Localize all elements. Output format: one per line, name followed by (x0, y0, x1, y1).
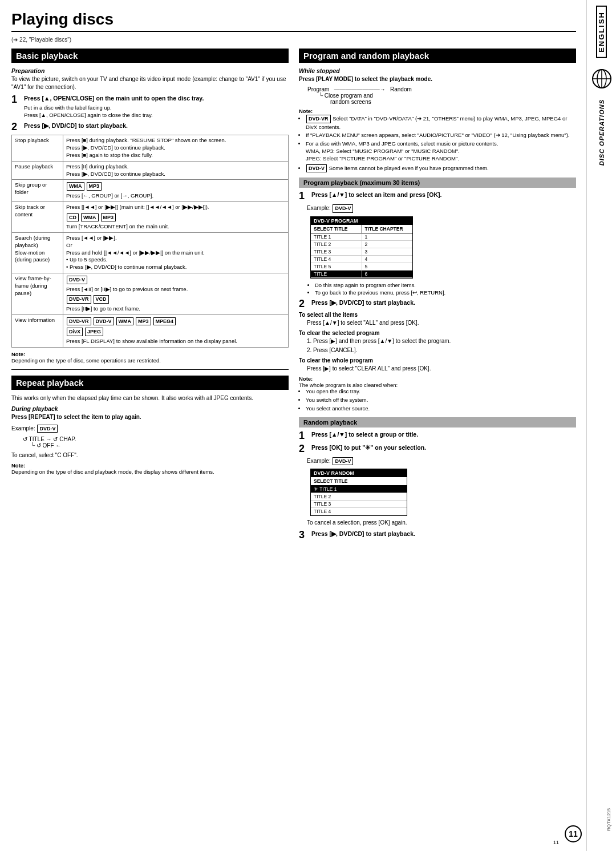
pp-note-item-1: You open the disc tray. (306, 388, 576, 396)
pp-bullet-2: To go back to the previous menu, press [… (315, 289, 576, 296)
pp-note-list: You open the disc tray. You switch off t… (299, 388, 576, 412)
badge-dvdvr-info: DVD-VR (67, 317, 91, 326)
repeat-diagram-line2: └ ↺ OFF ← (23, 442, 289, 449)
repeat-note: Note: Depending on the type of disc and … (11, 462, 289, 475)
desc-frame-view: DVD-V Press [◄II] or [II▶] to go to prev… (63, 273, 289, 315)
badge-wma: WMA (67, 182, 84, 191)
random-table-row-selected: ✳ TITLE 1 (311, 486, 407, 493)
badge-cd: CD (67, 213, 79, 222)
badge-mp3-2: MP3 (101, 213, 116, 222)
badge-mpeg4-info: MPEG4 (153, 317, 176, 326)
desc-stop: Press [■] during playback. "RESUME STOP"… (63, 135, 289, 161)
repeat-cancel-text: To cancel, select "C OFF". (11, 451, 289, 459)
rp-step-1: 1 Press [▲/▼] to select a group or title… (299, 430, 576, 441)
clear-whole-text: Press [▶] to select "CLEAR ALL" and pres… (307, 365, 576, 373)
dvd-table-row: TITLE 44 (311, 256, 412, 263)
rqtx-code: RQTX1215 (606, 808, 611, 831)
action-search: Search (during playback)Slow-motion (dur… (12, 232, 63, 273)
badge-mp3-info: MP3 (136, 317, 151, 326)
note-title-repeat: Note: (11, 462, 25, 469)
pp-bullet-1: Do this step again to program other item… (315, 281, 576, 289)
while-stopped-label: While stopped (299, 67, 576, 74)
table-row: View frame-by-frame (during pause) DVD-V… (12, 273, 289, 315)
badge-vcd: VCD (94, 295, 109, 304)
repeat-example-label: Example: DVD-V (11, 424, 289, 434)
sidebar-english-label: ENGLISH (596, 6, 607, 58)
rp-cancel-text: To cancel a selection, press [OK] again. (307, 519, 576, 527)
operations-table: Stop playback Press [■] during playback.… (11, 135, 289, 348)
note-text-pp: The whole program is also cleared when: (299, 382, 398, 388)
pp-step-2-num: 2 (299, 299, 309, 309)
step-2: 2 Press [▶, DVD/CD] to start playback. (11, 122, 289, 132)
pp-note-item-2: You switch off the system. (306, 397, 576, 404)
table-row: Skip group or folder WMA MP3 Press [←, G… (12, 180, 289, 201)
basic-playback-note: Note: Depending on the type of disc, som… (11, 351, 289, 364)
dvd-table-row-selected: TITLE6 (311, 271, 412, 278)
repeat-diagram: ↺ TITLE → ↺ CHAP. └ ↺ OFF ← (23, 436, 289, 449)
action-skip-group: Skip group or folder (12, 180, 63, 201)
page-reference: (➜ 22, "Playable discs") (11, 37, 576, 43)
desc-search: Press [◄◄] or [▶▶].Or Press and hold [|◄… (63, 232, 289, 273)
repeat-intro: This works only when the elapsed play ti… (11, 394, 289, 402)
flow-line3: random screens (330, 99, 576, 105)
rp-step-1-text: Press [▲/▼] to select a group or title. (311, 430, 576, 439)
badge-dvdvr: DVD-VR (67, 295, 91, 304)
clear-selected-step-2: 2. Press [CANCEL]. (307, 346, 576, 354)
badge-dvdv-pp: DVD-V (333, 204, 353, 213)
badge-divx-info: DivX (67, 328, 83, 336)
dvd-random-table: DVD-V RANDOM SELECT TITLE ✳ TITLE 1 TITL… (310, 469, 407, 516)
random-playback-subheader: Random playback (299, 417, 576, 427)
step-1: 1 Press [▲, OPEN/CLOSE] on the main unit… (11, 94, 289, 119)
rp-step-2: 2 Press [OK] to put "✳" on your selectio… (299, 443, 576, 454)
page-number-area: 11 (565, 825, 582, 842)
repeat-playback-header: Repeat playback (11, 376, 289, 390)
badge-wma2: WMA (81, 213, 99, 222)
action-pause: Pause playback (12, 161, 63, 180)
pp-step-2-text: Press [▶, DVD/CD] to start playback. (311, 299, 576, 307)
clear-selected-step-1: 1. Press [▶] and then press [▲/▼] to sel… (307, 337, 576, 345)
badge-dvdvr-note: DVD-VR (306, 115, 331, 123)
table-row: Pause playback Press [II] during playbac… (12, 161, 289, 180)
rp-step-3-num: 3 (299, 530, 309, 540)
note-title-basic: Note: (11, 351, 25, 357)
program-flow-diagram: Program ————————→ Random └ Close program… (307, 86, 576, 105)
while-stopped-text: Press [PLAY MODE] to select the playback… (299, 75, 576, 83)
page-title: Playing discs (11, 10, 576, 32)
program-random-header: Program and random playback (299, 49, 576, 63)
rp-step-3: 3 Press [▶, DVD/CD] to start playback. (299, 530, 576, 540)
badge-dvdv: DVD-V (67, 276, 87, 284)
program-playback-section: Program playback (maximum 30 items) 1 Pr… (299, 178, 576, 413)
badge-dvdv-rp: DVD-V (333, 457, 353, 466)
action-frame-view: View frame-by-frame (during pause) (12, 273, 63, 315)
action-info: View information (12, 314, 63, 347)
action-skip-track: Skip track or content (12, 201, 63, 232)
pp-bullet-list: Do this step again to program other item… (307, 281, 576, 297)
dvd-table-subheader: SELECT TITLE TITLE CHAPTER (311, 225, 412, 233)
basic-playback-header: Basic playback (11, 49, 289, 63)
note-text-repeat: Depending on the type of disc and playba… (11, 469, 214, 475)
repeat-playback-section: Repeat playback This works only when the… (11, 376, 289, 475)
step-2-number: 2 (11, 122, 22, 132)
sidebar: ENGLISH DISC OPERATIONS RQTX1215 (586, 0, 616, 851)
dvd-col1-header: SELECT TITLE (311, 225, 362, 233)
pp-note-item-3: You select another source. (306, 405, 576, 413)
pp-note: Note: The whole program is also cleared … (299, 376, 576, 412)
dvd-program-table: DVD-V PROGRAM SELECT TITLE TITLE CHAPTER… (310, 216, 413, 279)
program-playback-subheader: Program playback (maximum 30 items) (299, 178, 576, 188)
program-note-item-2: If "PLAYBACK MENU" screen appears, selec… (306, 132, 576, 139)
dvd-col2-header: TITLE CHAPTER (362, 225, 413, 233)
desc-info: DVD-VR DVD-V WMA MP3 MPEG4 DivX JPEG (63, 314, 289, 347)
select-all-title: To select all the items (299, 312, 576, 318)
clear-whole-title: To clear the whole program (299, 357, 576, 364)
step-2-text: Press [▶, DVD/CD] to start playback. (24, 122, 289, 130)
flow-line2: └ Close program and (319, 92, 576, 99)
during-playback-text: Press [REPEAT] to select the item to pla… (11, 413, 289, 421)
page-number: 11 (565, 825, 582, 842)
random-table-row: TITLE 3 (311, 501, 407, 508)
note-title-program: Note: (299, 108, 313, 114)
random-playback-section: Random playback 1 Press [▲/▼] to select … (299, 417, 576, 541)
random-table-subheader: SELECT TITLE (311, 477, 407, 486)
step-1-number: 1 (11, 94, 22, 104)
table-row: View information DVD-VR DVD-V WMA MP3 MP… (12, 314, 289, 347)
sidebar-globe-icon (591, 68, 612, 89)
